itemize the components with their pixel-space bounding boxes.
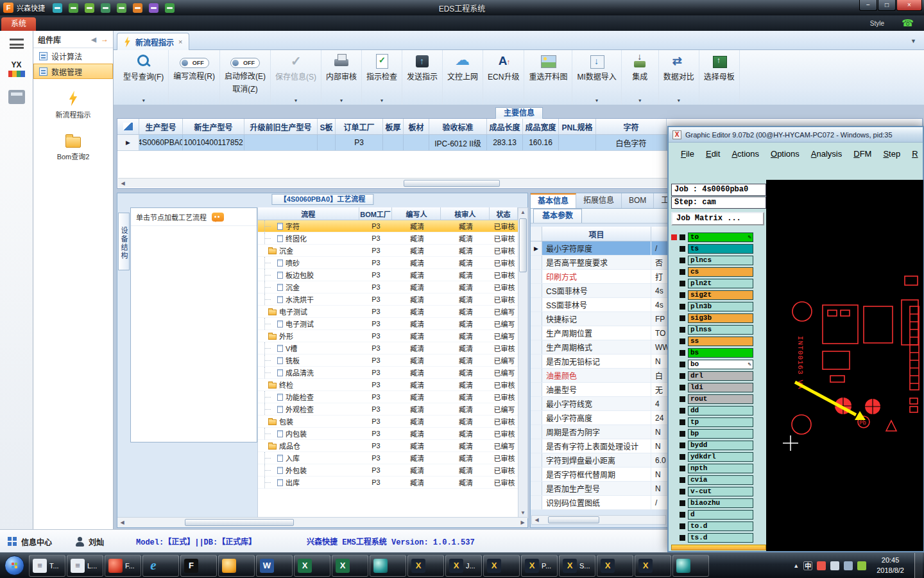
layer-label[interactable]: plncs — [688, 256, 753, 265]
layer-checkbox[interactable] — [679, 407, 686, 414]
taskbar-app-button[interactable]: ≡ L... — [67, 555, 103, 577]
layer-label[interactable]: bydd — [688, 441, 753, 450]
copy-icon[interactable] — [117, 3, 126, 13]
layer-label[interactable]: sig3b — [688, 313, 753, 323]
layer-label[interactable]: to✎ — [688, 232, 753, 242]
tree-row[interactable]: 入库 P3 臧清 臧清 已审核 — [258, 452, 518, 464]
scroll-left-icon[interactable]: ◀ — [117, 520, 127, 525]
layer-row[interactable]: sig3b — [671, 312, 766, 324]
scrollbar-thumb[interactable] — [519, 218, 527, 272]
ribbon-button[interactable]: 指示检查 ▾ — [362, 50, 402, 105]
ribbon-button[interactable]: 集成 ▾ — [622, 50, 659, 105]
tree-row[interactable]: 沉金 P3 臧清 臧清 已审核 — [258, 281, 518, 293]
dropdown-arrow-icon[interactable]: ▾ — [142, 98, 145, 103]
ribbon-button[interactable]: MI数据导入 ▾ — [572, 50, 621, 105]
column-header[interactable]: PNL规格 — [559, 119, 596, 134]
vertical-scrollbar[interactable]: ▲ ▼ — [518, 207, 528, 518]
params-tab[interactable]: 拓展信息 — [576, 193, 622, 208]
taskbar-app-button[interactable]: X S... — [559, 555, 595, 577]
graphic-editor-titlebar[interactable]: Graphic Editor 9.07b2 (00@HY-HYCAM-PC072… — [669, 127, 923, 143]
tree-row[interactable]: 包装 P3 臧清 臧清 已审核 — [258, 416, 518, 428]
tree-row[interactable]: 板边包胶 P3 臧清 臧清 已审核 — [258, 269, 518, 281]
close-button[interactable]: × — [896, 0, 922, 11]
show-desktop-button[interactable] — [914, 553, 923, 578]
tree-row[interactable]: 成品仓 P3 臧清 臧清 已编写 — [258, 440, 518, 452]
horizontal-scrollbar[interactable]: ◀ — [531, 515, 666, 525]
start-button[interactable] — [4, 556, 24, 575]
tree-row[interactable]: 功能检查 P3 臧清 臧清 已审核 — [258, 391, 518, 403]
tree-row[interactable]: 出库 P3 臧清 臧清 已审核 — [258, 477, 518, 489]
step-field[interactable]: Step: cam — [671, 197, 766, 209]
search-icon[interactable] — [53, 3, 62, 13]
layer-label[interactable]: pln2t — [688, 279, 753, 288]
column-header[interactable]: 验收标准 — [429, 119, 487, 134]
taskbar-app-button[interactable]: F... — [105, 555, 141, 577]
layer-checkbox[interactable] — [679, 315, 686, 322]
tree-row[interactable]: 铣板 P3 臧清 臧清 已编写 — [258, 355, 518, 367]
layer-checkbox[interactable] — [679, 349, 686, 356]
scroll-left-icon[interactable]: ◀ — [118, 180, 128, 186]
basic-params-subtab[interactable]: 基本参数 — [533, 209, 582, 223]
tab-new-process-instruction[interactable]: 新流程指示 × — [117, 33, 189, 50]
menu-item[interactable]: Actions — [726, 149, 765, 159]
scrollbar-thumb[interactable] — [548, 516, 599, 523]
layer-label[interactable]: biaozhu — [688, 498, 753, 508]
taskbar-app-button[interactable]: X — [483, 555, 520, 577]
layer-checkbox[interactable] — [679, 234, 686, 241]
item-column-header[interactable]: 项目 — [542, 227, 651, 241]
tab-close-icon[interactable]: × — [178, 38, 182, 46]
column-header[interactable]: 板材 — [404, 119, 429, 134]
tree-row[interactable]: 终固化 P3 臧清 臧清 已审核 — [258, 232, 518, 245]
tree-column-header[interactable]: 编写人 — [392, 207, 441, 220]
layer-row[interactable]: ydkdrl — [671, 451, 766, 462]
scrollbar-thumb[interactable] — [185, 519, 294, 526]
off-toggle[interactable]: OFF — [230, 58, 260, 68]
layer-checkbox[interactable] — [679, 419, 686, 426]
layer-checkbox[interactable] — [679, 465, 686, 472]
layer-row[interactable]: ldi — [671, 381, 766, 393]
layer-row[interactable]: to.d — [671, 520, 766, 532]
layer-label[interactable]: ts.d — [688, 533, 753, 543]
job-matrix-button[interactable]: Job Matrix ... — [671, 212, 764, 225]
layer-label[interactable]: d — [688, 510, 753, 520]
layer-row[interactable]: sig2t — [671, 289, 766, 301]
layer-row[interactable]: ts — [671, 243, 766, 254]
taskbar-app-button[interactable]: W — [256, 555, 293, 577]
horizontal-scrollbar[interactable]: ◀ ▶ — [117, 517, 527, 527]
layer-row[interactable]: bp — [671, 428, 766, 439]
layer-checkbox[interactable] — [679, 361, 686, 368]
layer-row[interactable]: to✎ — [671, 231, 766, 243]
system-menu-tab[interactable]: 系统 — [1, 17, 36, 31]
layer-checkbox[interactable] — [679, 477, 686, 484]
layer-checkbox[interactable] — [679, 326, 686, 333]
display-icon[interactable] — [830, 561, 839, 570]
tree-row[interactable]: 水洗烘干 P3 臧清 臧清 已审核 — [258, 293, 518, 306]
layer-checkbox[interactable] — [679, 488, 686, 495]
layer-checkbox[interactable] — [679, 292, 686, 299]
layer-row[interactable]: bs — [671, 347, 766, 358]
layer-row[interactable]: rout — [671, 393, 766, 405]
taskbar-app-button[interactable]: e — [142, 555, 179, 577]
layer-checkbox[interactable] — [679, 280, 686, 287]
layer-checkbox[interactable] — [679, 372, 686, 380]
layer-label[interactable]: npth — [688, 464, 753, 473]
hidden-icons-button[interactable]: ▲ — [793, 563, 799, 569]
tree-row[interactable]: 沉金 P3 臧清 臧清 已审核 — [258, 245, 518, 257]
menu-item[interactable]: DFM — [848, 149, 877, 159]
tree-row[interactable]: 外形 P3 臧清 臧清 已编写 — [258, 330, 518, 342]
column-header[interactable]: 升级前旧生产型号 — [244, 119, 318, 134]
minimize-button[interactable]: − — [859, 0, 877, 11]
layer-checkbox[interactable] — [679, 511, 686, 518]
column-header[interactable]: 字符 — [596, 119, 667, 134]
menu-item[interactable]: Analysis — [805, 149, 848, 159]
library-item[interactable]: 数据管理 — [33, 64, 113, 79]
monitor-icon[interactable] — [101, 3, 110, 13]
menu-item[interactable]: File — [675, 149, 700, 159]
layer-row[interactable]: npth — [671, 462, 766, 474]
params-tab[interactable]: BOM — [622, 193, 654, 208]
layer-label[interactable]: plnss — [688, 325, 753, 335]
layer-row[interactable]: cs — [671, 266, 766, 277]
table-icon[interactable] — [69, 3, 78, 13]
column-header[interactable]: S板 — [318, 119, 336, 134]
layer-row[interactable]: dd — [671, 405, 766, 416]
